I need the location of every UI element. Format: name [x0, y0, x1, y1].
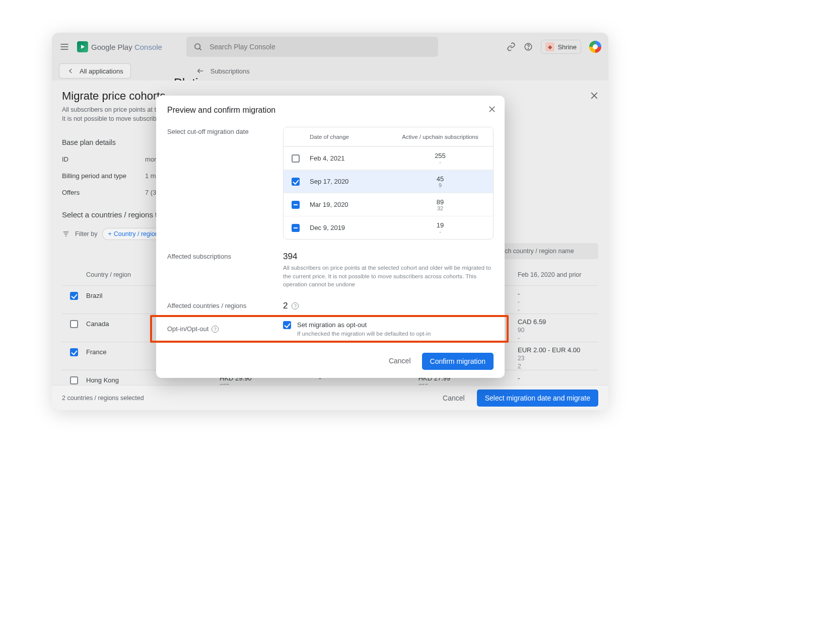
play-icon	[77, 41, 88, 52]
opt-key: Opt-in/Opt-out	[167, 325, 208, 333]
modal-cancel-button[interactable]: Cancel	[384, 353, 416, 370]
active-count: 19	[437, 221, 444, 229]
bp-id-key: ID	[62, 155, 145, 163]
col-active-subs: Active / upchain subscriptions	[387, 134, 493, 140]
search-box[interactable]	[186, 37, 438, 57]
cutoff-label: Select cut-off migration date	[167, 127, 283, 240]
product-logo[interactable]: Google Play Console	[77, 41, 162, 52]
affected-subs-key: Affected subscriptions	[167, 252, 283, 289]
help-icon[interactable]: ?	[212, 326, 219, 333]
active-count: 89	[437, 198, 444, 206]
app-name: Shrine	[557, 43, 577, 51]
active-count: 255	[435, 152, 446, 160]
close-icon[interactable]	[487, 105, 497, 116]
affected-subs-value: 394	[283, 252, 494, 262]
opt-out-label: Set migration as opt-out	[297, 321, 431, 329]
bp-billing-key: Billing period and type	[62, 172, 145, 180]
modal-title: Preview and confirm migration	[167, 106, 494, 115]
menu-icon[interactable]	[59, 41, 70, 52]
date-value: Mar 19, 2020	[308, 201, 387, 208]
cancel-button[interactable]: Cancel	[436, 390, 472, 406]
panel-footer: 2 countries / regions selected Cancel Se…	[52, 385, 608, 410]
help-icon[interactable]: ?	[292, 302, 299, 309]
svg-marker-3	[81, 45, 85, 49]
search-icon	[193, 42, 202, 51]
all-apps-button[interactable]: All applications	[59, 63, 131, 78]
filter-icon	[62, 230, 70, 238]
product-name: Google Play Console	[91, 43, 162, 51]
svg-point-4	[195, 44, 200, 49]
app-header: Google Play Console ◆ Shrine	[52, 33, 608, 61]
chip-label: Country / region	[114, 230, 159, 238]
upchain-count: 9	[439, 183, 442, 188]
preview-confirm-modal: Preview and confirm migration Select cut…	[156, 96, 505, 378]
col-prior-date: Feb 16, 2020 and prior	[518, 271, 598, 278]
row-checkbox[interactable]	[70, 320, 78, 328]
filter-chip-country[interactable]: +Country / region	[102, 228, 164, 240]
opt-out-checkbox[interactable]	[283, 321, 291, 329]
col-date-of-change: Date of change	[308, 134, 387, 140]
date-checkbox[interactable]	[292, 224, 300, 232]
upchain-count: -	[439, 229, 441, 234]
date-value: Dec 9, 2019	[308, 224, 387, 231]
row-checkbox[interactable]	[70, 292, 78, 300]
subheader: All applications Subscriptions	[52, 61, 608, 81]
app-icon: ◆	[545, 42, 554, 51]
row-checkbox[interactable]	[70, 348, 78, 356]
affected-subs-desc: All subscribers on price points at the s…	[283, 264, 494, 289]
svg-line-5	[199, 48, 201, 50]
cutoff-date-table: Date of change Active / upchain subscrip…	[283, 127, 494, 240]
search-input[interactable]	[209, 43, 431, 51]
all-apps-label: All applications	[80, 67, 123, 75]
date-row[interactable]: Feb 4, 2021 255-	[284, 146, 493, 170]
affected-countries-key: Affected countries / regions	[167, 301, 283, 311]
bp-offers-key: Offers	[62, 189, 145, 196]
help-icon[interactable]	[524, 42, 533, 51]
date-value: Feb 4, 2021	[308, 154, 387, 162]
breadcrumb-label: Subscriptions	[211, 67, 250, 75]
date-row[interactable]: Dec 9, 2019 19-	[284, 216, 493, 239]
selection-count: 2 countries / regions selected	[62, 395, 144, 402]
close-icon[interactable]	[589, 91, 599, 103]
active-count: 45	[437, 175, 444, 183]
select-date-migrate-button[interactable]: Select migration date and migrate	[477, 389, 598, 407]
search-country-input[interactable]: rch country / region name	[498, 243, 598, 259]
confirm-migration-button[interactable]: Confirm migration	[422, 353, 494, 370]
date-row[interactable]: Sep 17, 2020 459	[284, 170, 493, 193]
filter-label: Filter by	[75, 230, 97, 238]
row-checkbox[interactable]	[70, 376, 78, 384]
svg-point-7	[528, 48, 529, 49]
upchain-count: -	[439, 160, 441, 165]
date-checkbox[interactable]	[292, 178, 300, 186]
affected-countries-value: 2	[283, 301, 288, 311]
opt-out-desc: If unchecked the migration will be defau…	[297, 331, 431, 337]
app-selector[interactable]: ◆ Shrine	[541, 40, 581, 54]
link-icon[interactable]	[507, 42, 516, 51]
date-value: Sep 17, 2020	[308, 178, 387, 185]
upchain-count: 32	[437, 206, 443, 211]
date-checkbox[interactable]	[292, 201, 300, 209]
account-avatar[interactable]	[589, 41, 601, 53]
subscriptions-breadcrumb[interactable]: Subscriptions	[196, 67, 250, 75]
date-row[interactable]: Mar 19, 2020 8932	[284, 193, 493, 216]
date-checkbox[interactable]	[292, 154, 300, 163]
